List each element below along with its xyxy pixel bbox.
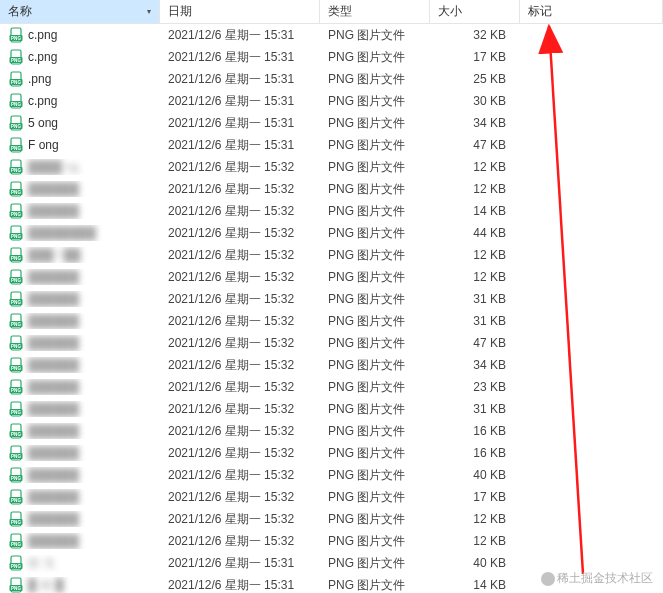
file-row[interactable]: PNG██████2021/12/6 星期一 15:32PNG 图片文件31 K… [0,288,663,310]
file-date-cell: 2021/12/6 星期一 15:31 [160,93,320,110]
svg-text:PNG: PNG [11,124,21,129]
file-size-cell: 34 KB [430,116,520,130]
file-type-cell: PNG 图片文件 [320,247,430,264]
png-file-icon: PNG [8,291,24,307]
file-name-cell: PNG██████ [0,313,160,329]
file-date-cell: 2021/12/6 星期一 15:32 [160,467,320,484]
file-name-text: ████████ [28,226,96,240]
file-date-cell: 2021/12/6 星期一 15:31 [160,49,320,66]
file-row[interactable]: PNG██████2021/12/6 星期一 15:32PNG 图片文件34 K… [0,354,663,376]
file-name-text: 邸 戈 [28,555,55,572]
png-file-icon: PNG [8,533,24,549]
file-name-cell: PNG██████ [0,423,160,439]
file-size-cell: 44 KB [430,226,520,240]
file-row[interactable]: PNG██████2021/12/6 星期一 15:32PNG 图片文件31 K… [0,310,663,332]
file-row[interactable]: PNG██████2021/12/6 星期一 15:32PNG 图片文件40 K… [0,464,663,486]
png-file-icon: PNG [8,27,24,43]
file-row[interactable]: PNG██████2021/12/6 星期一 15:32PNG 图片文件17 K… [0,486,663,508]
file-row[interactable]: PNG██████2021/12/6 星期一 15:32PNG 图片文件12 K… [0,178,663,200]
file-row[interactable]: PNG██████2021/12/6 星期一 15:32PNG 图片文件47 K… [0,332,663,354]
column-header-name[interactable]: 名称 ▾ [0,0,160,23]
watermark: 稀土掘金技术社区 [541,570,653,587]
file-type-cell: PNG 图片文件 [320,49,430,66]
png-file-icon: PNG [8,555,24,571]
file-date-cell: 2021/12/6 星期一 15:32 [160,533,320,550]
file-name-cell: PNG██████ [0,181,160,197]
svg-text:PNG: PNG [11,278,21,283]
png-file-icon: PNG [8,203,24,219]
svg-text:PNG: PNG [11,476,21,481]
file-row[interactable]: PNG████████2021/12/6 星期一 15:32PNG 图片文件44… [0,222,663,244]
file-row[interactable]: PNGF ong2021/12/6 星期一 15:31PNG 图片文件47 KB [0,134,663,156]
file-size-cell: 16 KB [430,446,520,460]
svg-text:PNG: PNG [11,498,21,503]
svg-text:PNG: PNG [11,564,21,569]
file-row[interactable]: PNG██████2021/12/6 星期一 15:32PNG 图片文件31 K… [0,398,663,420]
file-row[interactable]: PNG██████2021/12/6 星期一 15:32PNG 图片文件16 K… [0,442,663,464]
file-date-cell: 2021/12/6 星期一 15:32 [160,489,320,506]
file-name-cell: PNG████████ [0,225,160,241]
file-name-text: ██████ [28,314,79,328]
file-row[interactable]: PNGc.png2021/12/6 星期一 15:31PNG 图片文件32 KB [0,24,663,46]
file-row[interactable]: PNGc.png2021/12/6 星期一 15:31PNG 图片文件17 KB [0,46,663,68]
file-size-cell: 31 KB [430,314,520,328]
file-name-text: 5 ong [28,116,58,130]
file-date-cell: 2021/12/6 星期一 15:32 [160,401,320,418]
file-row[interactable]: PNG███ f ██2021/12/6 星期一 15:32PNG 图片文件12… [0,244,663,266]
svg-text:PNG: PNG [11,80,21,85]
file-date-cell: 2021/12/6 星期一 15:32 [160,423,320,440]
file-name-text: █ 相 █ [28,577,64,594]
file-row[interactable]: PNG5 ong2021/12/6 星期一 15:31PNG 图片文件34 KB [0,112,663,134]
file-name-cell: PNG█ 相 █ [0,577,160,594]
watermark-logo-icon [541,572,555,586]
file-row[interactable]: PNGc.png2021/12/6 星期一 15:31PNG 图片文件30 KB [0,90,663,112]
file-name-cell: PNG████ ng [0,159,160,175]
column-header-size[interactable]: 大小 [430,0,520,23]
file-size-cell: 14 KB [430,204,520,218]
file-name-cell: PNG.png [0,71,160,87]
svg-text:PNG: PNG [11,366,21,371]
file-row[interactable]: PNG██████2021/12/6 星期一 15:32PNG 图片文件12 K… [0,508,663,530]
file-name-cell: PNG██████ [0,511,160,527]
file-row[interactable]: PNG████ ng2021/12/6 星期一 15:32PNG 图片文件12 … [0,156,663,178]
file-date-cell: 2021/12/6 星期一 15:31 [160,577,320,594]
file-size-cell: 17 KB [430,50,520,64]
svg-text:PNG: PNG [11,344,21,349]
file-name-text: ██████ [28,270,79,284]
file-row[interactable]: PNG██████2021/12/6 星期一 15:32PNG 图片文件12 K… [0,530,663,552]
file-row[interactable]: PNG.png2021/12/6 星期一 15:31PNG 图片文件25 KB [0,68,663,90]
file-name-text: ██████ [28,204,79,218]
png-file-icon: PNG [8,313,24,329]
file-size-cell: 12 KB [430,182,520,196]
file-row[interactable]: PNG██████2021/12/6 星期一 15:32PNG 图片文件14 K… [0,200,663,222]
png-file-icon: PNG [8,115,24,131]
svg-text:PNG: PNG [11,102,21,107]
file-name-text: ██████ [28,468,79,482]
file-list: PNGc.png2021/12/6 星期一 15:31PNG 图片文件32 KB… [0,24,663,593]
file-name-cell: PNGF ong [0,137,160,153]
file-type-cell: PNG 图片文件 [320,291,430,308]
file-size-cell: 47 KB [430,336,520,350]
column-header-tag[interactable]: 标记 [520,0,663,23]
file-row[interactable]: PNG██████2021/12/6 星期一 15:32PNG 图片文件23 K… [0,376,663,398]
file-row[interactable]: PNG██████2021/12/6 星期一 15:32PNG 图片文件16 K… [0,420,663,442]
column-header-type[interactable]: 类型 [320,0,430,23]
svg-text:PNG: PNG [11,190,21,195]
file-size-cell: 40 KB [430,468,520,482]
file-date-cell: 2021/12/6 星期一 15:32 [160,269,320,286]
png-file-icon: PNG [8,423,24,439]
png-file-icon: PNG [8,467,24,483]
file-name-text: F ong [28,138,59,152]
file-row[interactable]: PNG██████2021/12/6 星期一 15:32PNG 图片文件12 K… [0,266,663,288]
column-header-date[interactable]: 日期 [160,0,320,23]
file-date-cell: 2021/12/6 星期一 15:32 [160,313,320,330]
png-file-icon: PNG [8,357,24,373]
file-date-cell: 2021/12/6 星期一 15:31 [160,115,320,132]
file-name-text: ██████ [28,358,79,372]
file-name-cell: PNG██████ [0,357,160,373]
file-size-cell: 30 KB [430,94,520,108]
column-label: 日期 [168,3,192,20]
file-size-cell: 47 KB [430,138,520,152]
file-size-cell: 32 KB [430,28,520,42]
file-date-cell: 2021/12/6 星期一 15:31 [160,555,320,572]
